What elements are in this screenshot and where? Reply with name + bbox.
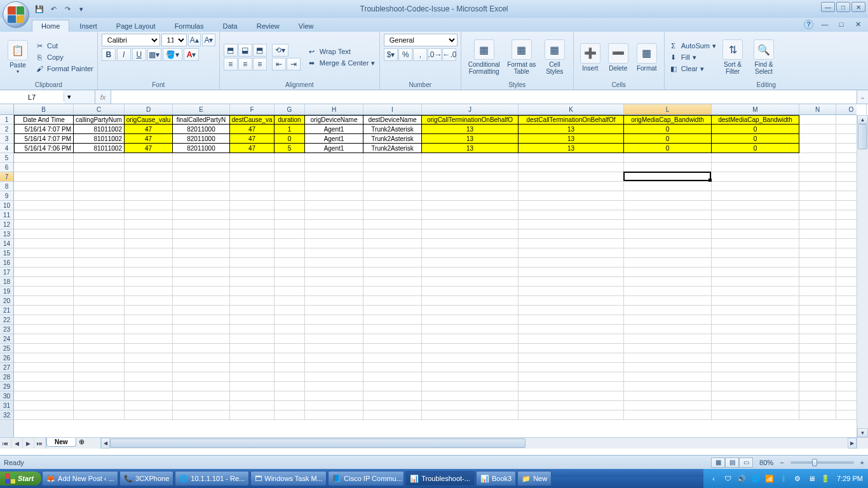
cell[interactable] bbox=[363, 220, 422, 229]
clear-button[interactable]: ◧Clear ▾ bbox=[668, 64, 716, 74]
doc-minimize-button[interactable]: — bbox=[820, 19, 830, 29]
format-cells-button[interactable]: ▦Format bbox=[634, 36, 660, 78]
cell[interactable]: destCause_va bbox=[230, 115, 275, 125]
cell[interactable] bbox=[519, 334, 624, 344]
cell[interactable] bbox=[712, 287, 799, 296]
tray-clock[interactable]: 7:29 PM bbox=[837, 475, 863, 482]
tab-insert[interactable]: Insert bbox=[71, 20, 106, 32]
wrap-text-button[interactable]: ↩Wrap Text bbox=[307, 46, 376, 57]
cell[interactable]: destDeviceName bbox=[363, 115, 422, 125]
cell[interactable]: 82011000 bbox=[173, 144, 230, 153]
cell[interactable] bbox=[519, 353, 624, 363]
cell[interactable] bbox=[799, 134, 836, 144]
cell[interactable] bbox=[799, 163, 836, 172]
cell[interactable] bbox=[230, 163, 275, 172]
cell[interactable] bbox=[74, 191, 125, 201]
cell[interactable] bbox=[230, 334, 275, 344]
cell[interactable] bbox=[74, 382, 125, 391]
cell[interactable] bbox=[422, 277, 519, 287]
cell[interactable] bbox=[14, 277, 74, 287]
cell[interactable] bbox=[712, 334, 799, 344]
zoom-in-button[interactable]: + bbox=[860, 459, 864, 466]
taskbar-item[interactable]: 📁New bbox=[517, 471, 552, 486]
cell[interactable] bbox=[275, 277, 305, 287]
cell[interactable] bbox=[422, 344, 519, 353]
cell[interactable]: 47 bbox=[125, 144, 173, 153]
cell[interactable]: 47 bbox=[230, 134, 275, 144]
tab-review[interactable]: Review bbox=[248, 20, 288, 32]
taskbar-item[interactable]: 🌐10.1.1.101 - Re... bbox=[175, 471, 249, 486]
cell[interactable] bbox=[799, 410, 836, 420]
cell[interactable] bbox=[14, 363, 74, 372]
cell[interactable]: Trunk2Asterisk bbox=[363, 134, 422, 144]
cell[interactable] bbox=[14, 334, 74, 344]
cell[interactable] bbox=[14, 382, 74, 391]
cell[interactable] bbox=[799, 334, 836, 344]
cell[interactable] bbox=[519, 163, 624, 172]
cell[interactable] bbox=[74, 201, 125, 210]
cell[interactable] bbox=[125, 191, 173, 201]
scroll-down-arrow[interactable]: ▼ bbox=[857, 428, 868, 437]
sheet-tab-new[interactable]: New bbox=[46, 438, 76, 447]
column-header-I[interactable]: I bbox=[363, 104, 422, 114]
cell[interactable] bbox=[799, 248, 836, 258]
cell[interactable]: 1 bbox=[275, 125, 305, 134]
font-size-select[interactable]: 11 bbox=[161, 34, 187, 46]
cell[interactable] bbox=[173, 277, 230, 287]
decrease-decimal-button[interactable]: ←.0 bbox=[442, 48, 456, 61]
format-painter-button[interactable]: 🖌Format Painter bbox=[34, 64, 93, 74]
cell[interactable] bbox=[275, 410, 305, 420]
cell[interactable] bbox=[363, 391, 422, 401]
cell[interactable] bbox=[230, 391, 275, 401]
cell[interactable] bbox=[125, 401, 173, 410]
column-header-K[interactable]: K bbox=[519, 104, 624, 114]
cell[interactable] bbox=[275, 353, 305, 363]
cell[interactable] bbox=[14, 191, 74, 201]
cell[interactable] bbox=[173, 268, 230, 277]
row-header-16[interactable]: 16 bbox=[0, 258, 13, 268]
cell[interactable] bbox=[624, 220, 712, 229]
cell[interactable] bbox=[519, 239, 624, 248]
cell[interactable] bbox=[74, 325, 125, 334]
cell[interactable] bbox=[275, 306, 305, 315]
row-header-4[interactable]: 4 bbox=[0, 144, 13, 153]
cell[interactable] bbox=[519, 296, 624, 306]
cell[interactable] bbox=[173, 229, 230, 239]
row-header-6[interactable]: 6 bbox=[0, 163, 13, 172]
grow-font-button[interactable]: A▴ bbox=[188, 34, 201, 46]
cell[interactable] bbox=[799, 144, 836, 153]
cell[interactable] bbox=[230, 201, 275, 210]
qat-customize-icon[interactable]: ▾ bbox=[76, 4, 86, 14]
cell[interactable] bbox=[74, 258, 125, 268]
tray-icon[interactable]: 🛡 bbox=[722, 473, 733, 484]
cell[interactable] bbox=[519, 277, 624, 287]
taskbar-item[interactable]: 🗔Windows Task M... bbox=[250, 471, 327, 486]
autosum-button[interactable]: ΣAutoSum ▾ bbox=[668, 41, 716, 51]
cell[interactable] bbox=[305, 287, 363, 296]
row-header-32[interactable]: 32 bbox=[0, 410, 13, 420]
cell[interactable] bbox=[836, 344, 857, 353]
cell[interactable] bbox=[519, 210, 624, 220]
cell[interactable] bbox=[230, 372, 275, 382]
cell[interactable] bbox=[836, 163, 857, 172]
cell[interactable] bbox=[305, 248, 363, 258]
cell[interactable] bbox=[74, 391, 125, 401]
cell[interactable] bbox=[624, 334, 712, 344]
insert-sheet-button[interactable]: ⊕ bbox=[76, 438, 88, 446]
cell[interactable] bbox=[14, 153, 74, 163]
cell[interactable] bbox=[422, 296, 519, 306]
cell[interactable]: 82011000 bbox=[173, 134, 230, 144]
cell[interactable] bbox=[799, 344, 836, 353]
cell[interactable]: 13 bbox=[422, 134, 519, 144]
cell[interactable]: Trunk2Asterisk bbox=[363, 125, 422, 134]
cell[interactable] bbox=[173, 391, 230, 401]
cell[interactable] bbox=[275, 372, 305, 382]
cell[interactable] bbox=[14, 344, 74, 353]
cell[interactable] bbox=[519, 172, 624, 182]
tray-icon[interactable]: 🌐 bbox=[750, 473, 761, 484]
cell[interactable] bbox=[14, 372, 74, 382]
row-header-12[interactable]: 12 bbox=[0, 220, 13, 229]
cell[interactable] bbox=[422, 220, 519, 229]
cell[interactable]: origCallTerminationOnBehalfO bbox=[422, 115, 519, 125]
cell[interactable] bbox=[14, 239, 74, 248]
